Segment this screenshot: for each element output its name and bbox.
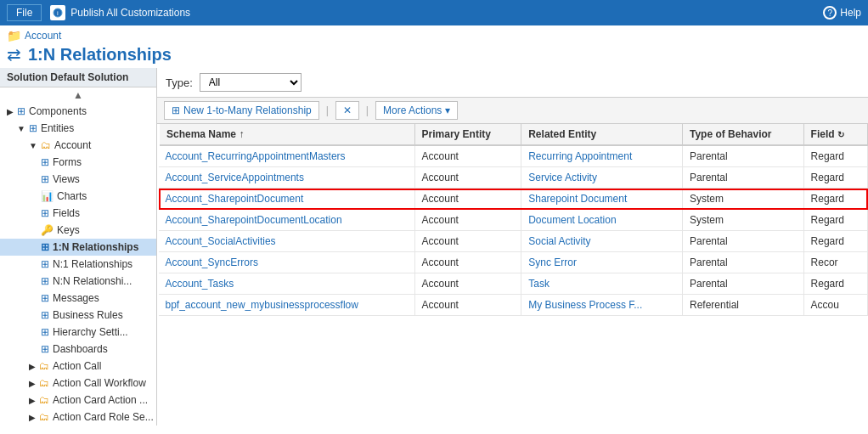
type-filter-select[interactable]: All Custom Standard: [200, 73, 302, 92]
publish-area: i Publish All Customizations: [50, 5, 823, 20]
publish-icon: i: [50, 5, 65, 20]
delete-button[interactable]: ✕: [335, 101, 359, 120]
sidebar-item-entities[interactable]: ▼ ⊞ Entities: [0, 120, 156, 137]
delete-icon: ✕: [343, 104, 352, 116]
sidebar-item-action-card-role[interactable]: ▶ 🗂 Action Card Role Se...: [0, 409, 156, 426]
sidebar-title: Solution Default Solution: [0, 68, 156, 87]
sidebar-label-charts: Charts: [57, 190, 87, 202]
cell-type-behavior: Parental: [683, 145, 804, 167]
cell-primary-entity: Account: [414, 231, 521, 252]
col-field[interactable]: Field ↻: [803, 124, 867, 145]
cell-schema-name[interactable]: Account_Tasks: [159, 273, 415, 295]
sidebar-label-business-rules: Business Rules: [53, 309, 123, 321]
cell-schema-name[interactable]: Account_SocialActivities: [159, 231, 415, 252]
sidebar-item-forms[interactable]: ⊞ Forms: [0, 154, 156, 171]
col-type-behavior[interactable]: Type of Behavior: [683, 124, 804, 145]
sidebar-scroll-up[interactable]: ▲: [0, 87, 156, 103]
dashboards-icon: ⊞: [41, 343, 49, 355]
cell-primary-entity: Account: [414, 145, 521, 167]
table-row[interactable]: Account_SharepointDocumentLocation Accou…: [159, 210, 868, 231]
table-row[interactable]: Account_SyncErrors Account Sync Error Pa…: [159, 252, 868, 273]
sidebar-item-components[interactable]: ▶ ⊞ Components: [0, 103, 156, 120]
publish-label[interactable]: Publish All Customizations: [70, 7, 190, 19]
type-filter-label: Type:: [166, 76, 193, 89]
table-row[interactable]: Account_SharepointDocument Account Share…: [159, 189, 868, 210]
sidebar-item-views[interactable]: ⊞ Views: [0, 171, 156, 188]
business-rules-icon: ⊞: [41, 309, 49, 321]
cell-related-entity[interactable]: Service Activity: [521, 167, 683, 189]
cell-related-entity[interactable]: Sync Error: [521, 252, 683, 273]
cell-related-entity[interactable]: Recurring Appointment: [521, 145, 683, 167]
expand-icon-account: ▼: [29, 141, 37, 150]
cell-type-behavior: Parental: [683, 273, 804, 295]
sidebar-label-dashboards: Dashboards: [53, 343, 108, 355]
sidebar-item-charts[interactable]: 📊 Charts: [0, 188, 156, 205]
table-row[interactable]: Account_ServiceAppointments Account Serv…: [159, 167, 868, 189]
sidebar-label-entities: Entities: [41, 122, 74, 134]
cell-field: Regard: [803, 145, 867, 167]
sidebar-item-account[interactable]: ▼ 🗂 Account: [0, 137, 156, 154]
new-icon: ⊞: [172, 104, 180, 116]
sidebar-item-business-rules[interactable]: ⊞ Business Rules: [0, 307, 156, 324]
sidebar-label-views: Views: [53, 173, 80, 185]
page-title: 1:N Relationships: [28, 45, 172, 65]
fields-icon: ⊞: [41, 207, 49, 219]
new-relationship-button[interactable]: ⊞ New 1-to-Many Relationship: [164, 101, 319, 120]
col-related-entity[interactable]: Related Entity: [521, 124, 683, 145]
cell-related-entity[interactable]: Social Activity: [521, 231, 683, 252]
sidebar-item-hierarchy[interactable]: ⊞ Hierarchy Setti...: [0, 324, 156, 341]
help-area[interactable]: ? Help: [823, 6, 861, 20]
breadcrumb: 📁 Account: [7, 29, 861, 42]
sidebar-label-forms: Forms: [53, 156, 82, 168]
cell-primary-entity: Account: [414, 273, 521, 295]
sidebar-item-1n-relationships[interactable]: ⊞ 1:N Relationships: [0, 239, 156, 256]
acw-icon: 🗂: [39, 377, 49, 389]
cell-field: Recor: [803, 252, 867, 273]
cell-schema-name[interactable]: Account_ServiceAppointments: [159, 167, 415, 189]
cell-schema-name[interactable]: Account_SharepointDocumentLocation: [159, 210, 415, 231]
cell-schema-name[interactable]: Account_SharepointDocument: [159, 189, 415, 210]
table-row[interactable]: bpf_account_new_mybusinessprocessflow Ac…: [159, 295, 868, 316]
cell-field: Accou: [803, 295, 867, 316]
sidebar-label-messages: Messages: [53, 292, 99, 304]
cell-type-behavior: Parental: [683, 231, 804, 252]
entities-icon: ⊞: [29, 122, 37, 134]
sidebar-item-keys[interactable]: 🔑 Keys: [0, 222, 156, 239]
table-row[interactable]: Account_Tasks Account Task Parental Rega…: [159, 273, 868, 295]
sidebar-item-messages[interactable]: ⊞ Messages: [0, 290, 156, 307]
cell-field: Regard: [803, 231, 867, 252]
sidebar-item-action-call-workflow[interactable]: ▶ 🗂 Action Call Workflow: [0, 375, 156, 392]
breadcrumb-account-label[interactable]: Account: [25, 30, 61, 42]
cell-type-behavior: System: [683, 210, 804, 231]
n1-icon: ⊞: [41, 258, 49, 270]
sidebar-label-acw: Action Call Workflow: [53, 377, 146, 389]
toolbar: ⊞ New 1-to-Many Relationship | ✕ | More …: [157, 98, 868, 124]
sidebar-item-action-call[interactable]: ▶ 🗂 Action Call: [0, 358, 156, 375]
table-row[interactable]: Account_RecurringAppointmentMasters Acco…: [159, 145, 868, 167]
col-schema-name[interactable]: Schema Name ↑: [159, 124, 415, 145]
sidebar-item-n1-relationships[interactable]: ⊞ N:1 Relationships: [0, 256, 156, 273]
cell-schema-name[interactable]: Account_SyncErrors: [159, 252, 415, 273]
more-actions-button[interactable]: More Actions ▾: [375, 101, 458, 120]
cell-related-entity[interactable]: Sharepoint Document: [521, 189, 683, 210]
sidebar-item-action-card-action[interactable]: ▶ 🗂 Action Card Action ...: [0, 392, 156, 409]
cell-schema-name[interactable]: Account_RecurringAppointmentMasters: [159, 145, 415, 167]
refresh-icon[interactable]: ↻: [837, 130, 844, 139]
sidebar-item-nn-relationships[interactable]: ⊞ N:N Relationshi...: [0, 273, 156, 290]
cell-primary-entity: Account: [414, 252, 521, 273]
cell-field: Regard: [803, 167, 867, 189]
cell-related-entity[interactable]: Document Location: [521, 210, 683, 231]
file-button[interactable]: File: [7, 4, 42, 21]
cell-schema-name[interactable]: bpf_account_new_mybusinessprocessflow: [159, 295, 415, 316]
table-row[interactable]: Account_SocialActivities Account Social …: [159, 231, 868, 252]
cell-related-entity[interactable]: My Business Process F...: [521, 295, 683, 316]
cell-field: Regard: [803, 189, 867, 210]
sidebar-item-dashboards[interactable]: ⊞ Dashboards: [0, 341, 156, 358]
col-primary-entity[interactable]: Primary Entity: [414, 124, 521, 145]
expand-icon-aca: ▶: [29, 396, 36, 405]
1n-icon: ⊞: [41, 241, 49, 253]
sidebar-label-components: Components: [29, 105, 87, 117]
sidebar-item-fields[interactable]: ⊞ Fields: [0, 205, 156, 222]
cell-related-entity[interactable]: Task: [521, 273, 683, 295]
sidebar-label-aca: Action Card Action ...: [53, 394, 148, 406]
